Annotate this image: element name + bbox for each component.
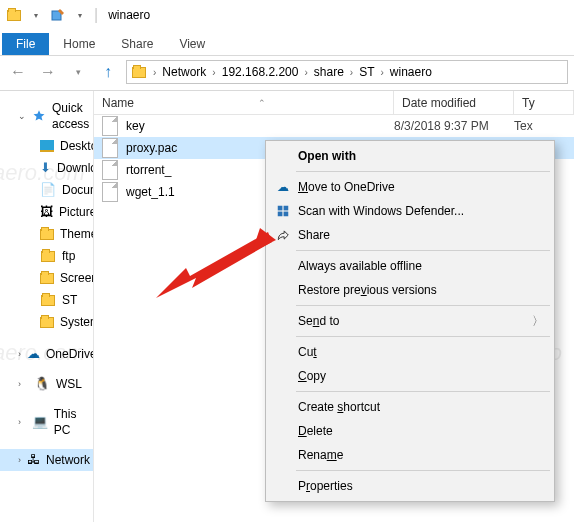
ctx-shortcut[interactable]: Create shortcut (268, 395, 552, 419)
chevron-right-icon[interactable]: › (18, 414, 26, 430)
column-headers[interactable]: Name⌃ Date modified Ty (94, 91, 574, 115)
chevron-right-icon[interactable]: › (153, 67, 156, 78)
ctx-openwith[interactable]: Open with (268, 144, 552, 168)
chevron-right-icon[interactable]: › (350, 67, 353, 78)
file-name: key (126, 119, 145, 133)
col-name[interactable]: Name⌃ (94, 91, 394, 114)
col-date[interactable]: Date modified (394, 91, 514, 114)
ctx-offline[interactable]: Always available offline (268, 254, 552, 278)
sidebar-item-documents[interactable]: 📄Documents📌 (0, 179, 93, 201)
ctx-label: Scan with Windows Defender... (298, 204, 464, 218)
ctx-defender[interactable]: Scan with Windows Defender... (268, 199, 552, 223)
sidebar-item-system32[interactable]: System32 (0, 311, 93, 333)
properties-icon[interactable] (50, 7, 66, 23)
chevron-right-icon[interactable]: › (304, 67, 307, 78)
chevron-right-icon[interactable]: › (18, 376, 28, 392)
sidebar-thispc[interactable]: ›💻This PC (0, 403, 93, 441)
qat-dropdown-icon[interactable]: ▾ (72, 7, 88, 23)
chevron-right-icon[interactable]: › (18, 346, 21, 362)
file-icon (102, 116, 118, 136)
address-bar[interactable]: › Network › 192.168.2.200 › share › ST ›… (126, 60, 568, 84)
ctx-delete[interactable]: Delete (268, 419, 552, 443)
ctx-restore[interactable]: Restore previous versions (268, 278, 552, 302)
tab-home[interactable]: Home (51, 33, 107, 55)
sidebar-item-screenshots[interactable]: Screenshots (0, 267, 93, 289)
forward-button: → (36, 60, 60, 84)
sidebar-item-downloads[interactable]: ⬇Downloads📌 (0, 157, 93, 179)
ctx-onedrive[interactable]: ☁Move to OneDrive (268, 175, 552, 199)
chevron-right-icon[interactable]: › (212, 67, 215, 78)
up-button[interactable]: ↑ (96, 60, 120, 84)
share-icon (274, 226, 292, 244)
ctx-properties[interactable]: Properties (268, 474, 552, 498)
chevron-right-icon[interactable]: › (18, 452, 21, 468)
svg-rect-1 (40, 140, 54, 150)
separator (296, 391, 550, 392)
tab-view[interactable]: View (167, 33, 217, 55)
sidebar-item-pictures[interactable]: 🖼Pictures📌 (0, 201, 93, 223)
ctx-label: Send to (298, 314, 339, 328)
ctx-sendto[interactable]: Send to〉 (268, 309, 552, 333)
file-tab[interactable]: File (2, 33, 49, 55)
dropdown-icon[interactable]: ▾ (28, 7, 44, 23)
ctx-label: Move to OneDrive (298, 180, 395, 194)
submenu-arrow-icon: 〉 (532, 313, 544, 330)
sidebar-label: This PC (54, 406, 87, 438)
sidebar-label: WSL (56, 376, 82, 392)
sidebar-label: System32 (60, 314, 94, 330)
sidebar-item-ftp[interactable]: ftp (0, 245, 93, 267)
ctx-rename[interactable]: Rename (268, 443, 552, 467)
file-icon (102, 182, 118, 202)
ctx-share[interactable]: Share (268, 223, 552, 247)
ctx-cut[interactable]: Cut (268, 340, 552, 364)
sidebar-quickaccess[interactable]: ⌄ Quick access (0, 97, 93, 135)
sidebar-item-themes[interactable]: Themes📌 (0, 223, 93, 245)
ctx-copy[interactable]: Copy (268, 364, 552, 388)
sidebar-item-desktop[interactable]: Desktop📌 (0, 135, 93, 157)
file-icon (102, 160, 118, 180)
breadcrumb[interactable]: share (314, 65, 344, 79)
folder-icon (40, 226, 54, 242)
chevron-right-icon[interactable]: › (381, 67, 384, 78)
file-row[interactable]: key 8/3/2018 9:37 PM Tex (94, 115, 574, 137)
ctx-label: Restore previous versions (298, 283, 437, 297)
documents-icon: 📄 (40, 182, 56, 198)
ctx-label: Copy (298, 369, 326, 383)
file-date: 8/3/2018 9:37 PM (394, 119, 514, 133)
ctx-label: Always available offline (298, 259, 422, 273)
navigation-pane[interactable]: ⌄ Quick access Desktop📌 ⬇Downloads📌 📄Doc… (0, 91, 94, 522)
folder-icon (40, 248, 56, 264)
sidebar-label: Themes (60, 226, 94, 242)
breadcrumb[interactable]: 192.168.2.200 (222, 65, 299, 79)
sidebar-label: ftp (62, 248, 75, 264)
context-menu[interactable]: Open with ☁Move to OneDrive Scan with Wi… (265, 140, 555, 502)
tab-share[interactable]: Share (109, 33, 165, 55)
back-button: ← (6, 60, 30, 84)
file-name: proxy.pac (126, 141, 177, 155)
sidebar-onedrive[interactable]: ›☁OneDrive (0, 343, 93, 365)
sidebar-label: Downloads (57, 160, 94, 176)
desktop-icon (40, 138, 54, 154)
sidebar-label: Desktop (60, 138, 94, 154)
recent-dropdown[interactable]: ▾ (66, 60, 90, 84)
chevron-down-icon[interactable]: ⌄ (18, 108, 26, 124)
col-type[interactable]: Ty (514, 91, 574, 114)
folder-icon (40, 292, 56, 308)
ctx-label: Cut (298, 345, 317, 359)
folder-icon (40, 270, 54, 286)
sidebar-wsl[interactable]: ›🐧WSL (0, 373, 93, 395)
thispc-icon: 💻 (32, 414, 48, 430)
svg-rect-5 (278, 212, 283, 217)
breadcrumb[interactable]: ST (359, 65, 374, 79)
breadcrumb[interactable]: Network (162, 65, 206, 79)
sidebar-network[interactable]: ›🖧Network (0, 449, 93, 471)
sidebar-label: Quick access (52, 100, 89, 132)
file-icon (102, 138, 118, 158)
separator (296, 250, 550, 251)
titlebar: ▾ ▾ | winaero (0, 0, 574, 30)
sidebar-item-st[interactable]: ST (0, 289, 93, 311)
sidebar-label: Network (46, 452, 90, 468)
ctx-label: Open with (298, 149, 356, 163)
file-name: wget_1.1 (126, 185, 175, 199)
breadcrumb[interactable]: winaero (390, 65, 432, 79)
